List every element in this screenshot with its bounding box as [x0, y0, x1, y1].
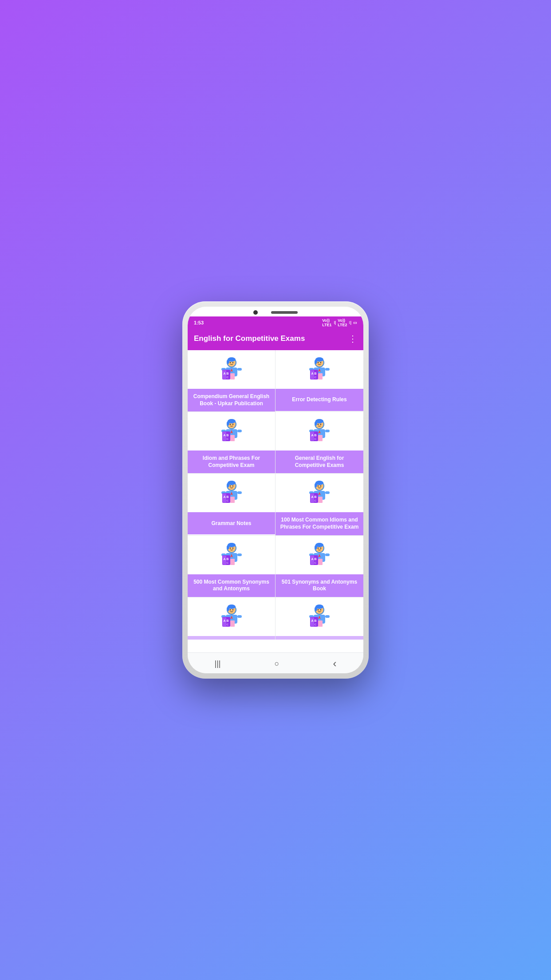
svg-point-69 — [232, 486, 233, 486]
grid-row-4: A B C 500 Most Common Synonyms and Anton… — [188, 536, 363, 597]
grid-row-5: A B C — [188, 597, 363, 640]
grid-content: A B C Compendium General English Book - … — [188, 350, 363, 652]
svg-rect-121 — [325, 553, 330, 556]
grid-row-2: A B C Idiom and Phrases For Competitive … — [188, 412, 363, 474]
app-bar: English for Competitive Exams ⋮ — [188, 329, 363, 350]
item-label-1: Compendium General English Book - Upkar … — [188, 389, 275, 411]
svg-point-83 — [315, 483, 317, 487]
list-item[interactable]: A B C — [188, 597, 276, 640]
list-item[interactable]: A B C Error Detecting Rules — [276, 350, 363, 411]
list-item[interactable]: A B C 100 Most Common Idioms and Phrases… — [276, 474, 363, 535]
item-label-10 — [276, 636, 363, 640]
item-image-7: A B C — [216, 536, 247, 574]
item-image-10: A B C — [304, 597, 335, 636]
svg-point-115 — [315, 545, 317, 549]
svg-rect-95 — [318, 497, 323, 503]
svg-point-37 — [232, 424, 233, 425]
svg-point-3 — [227, 360, 229, 364]
svg-point-131 — [227, 607, 229, 611]
svg-text:C: C — [315, 561, 317, 564]
svg-rect-47 — [230, 435, 235, 441]
svg-point-35 — [227, 421, 229, 426]
svg-text:B: B — [226, 557, 228, 561]
phone-speaker — [271, 311, 298, 314]
svg-point-149 — [320, 609, 321, 610]
svg-text:C: C — [315, 438, 317, 440]
svg-text:C: C — [315, 376, 317, 379]
grid-row-3: A B C Grammar Notes — [188, 474, 363, 535]
item-label-4: General English for Competitive Exams — [276, 450, 363, 473]
svg-rect-105 — [237, 553, 242, 556]
svg-text:B: B — [226, 619, 228, 622]
list-item[interactable]: A B C Idiom and Phrases For Competitive … — [188, 412, 276, 473]
item-label-2: Error Detecting Rules — [276, 389, 363, 411]
svg-text:B: B — [226, 434, 228, 437]
svg-point-5 — [232, 362, 233, 363]
svg-rect-15 — [230, 373, 235, 379]
app-title: English for Competitive Exams — [194, 334, 305, 343]
svg-text:C: C — [315, 623, 317, 626]
back-button[interactable]: ‹ — [333, 657, 336, 670]
grid-row-1: A B C Compendium General English Book - … — [188, 350, 363, 412]
svg-rect-63 — [318, 435, 323, 441]
svg-point-117 — [320, 547, 321, 548]
svg-point-132 — [229, 609, 230, 610]
recents-button[interactable]: ||| — [215, 659, 221, 668]
phone-frame: 1:53 Vo))LTE1 ⁝| Vo))LTE2 ⁝| ▭ English f… — [182, 301, 369, 679]
menu-button[interactable]: ⋮ — [348, 333, 357, 344]
item-label-9 — [188, 636, 275, 640]
svg-point-84 — [318, 486, 319, 486]
svg-rect-57 — [325, 430, 330, 432]
item-image-1: A B C — [216, 350, 247, 389]
svg-rect-137 — [237, 615, 242, 618]
svg-rect-159 — [318, 620, 323, 627]
signal-bars2: ⁝| — [349, 320, 351, 325]
svg-text:A: A — [223, 495, 225, 498]
list-item[interactable]: A B C Grammar Notes — [188, 474, 276, 535]
phone-screen: 1:53 Vo))LTE1 ⁝| Vo))LTE2 ⁝| ▭ English f… — [188, 307, 363, 673]
signal-lte1: Vo))LTE1 — [322, 318, 331, 327]
list-item[interactable]: A B C General English for Competitive Ex… — [276, 412, 363, 473]
status-icons: Vo))LTE1 ⁝| Vo))LTE2 ⁝| ▭ — [322, 318, 357, 327]
svg-text:A: A — [223, 619, 225, 622]
list-item[interactable]: A B C — [276, 597, 363, 640]
svg-text:B: B — [314, 495, 316, 498]
list-item[interactable]: A B C 501 Synonyms and Antonyms Book — [276, 536, 363, 597]
svg-text:B: B — [314, 434, 316, 437]
svg-point-21 — [320, 362, 321, 363]
list-item[interactable]: A B C Compendium General English Book - … — [188, 350, 276, 411]
item-label-7: 500 Most Common Synonyms and Antonyms — [188, 574, 275, 597]
svg-text:C: C — [226, 438, 228, 440]
svg-text:C: C — [226, 376, 228, 379]
svg-point-99 — [227, 545, 229, 549]
item-image-5: A B C — [216, 474, 247, 512]
svg-text:B: B — [314, 557, 316, 561]
item-image-9: A B C — [216, 597, 247, 636]
svg-point-4 — [229, 362, 230, 363]
svg-text:A: A — [223, 434, 225, 437]
status-time: 1:53 — [194, 320, 204, 325]
item-label-6: 100 Most Common Idioms and Phrases For C… — [276, 512, 363, 535]
svg-rect-111 — [230, 559, 235, 565]
svg-point-36 — [229, 424, 230, 425]
svg-text:B: B — [314, 372, 316, 375]
front-camera — [253, 310, 258, 315]
svg-text:B: B — [226, 495, 228, 498]
svg-text:C: C — [226, 499, 228, 502]
item-image-4: A B C — [304, 412, 335, 450]
list-item[interactable]: A B C 500 Most Common Synonyms and Anton… — [188, 536, 276, 597]
bottom-navigation: ||| ○ ‹ — [188, 652, 363, 673]
svg-point-148 — [318, 609, 319, 610]
item-label-5: Grammar Notes — [188, 512, 275, 534]
svg-text:A: A — [311, 434, 313, 437]
svg-point-85 — [320, 486, 321, 486]
svg-rect-143 — [230, 620, 235, 627]
svg-rect-153 — [325, 615, 330, 618]
svg-point-67 — [227, 483, 229, 487]
home-button[interactable]: ○ — [275, 659, 279, 668]
svg-rect-79 — [230, 497, 235, 503]
svg-point-101 — [232, 547, 233, 548]
svg-text:B: B — [226, 372, 228, 375]
svg-text:A: A — [311, 557, 313, 561]
item-image-2: A B C — [304, 350, 335, 389]
